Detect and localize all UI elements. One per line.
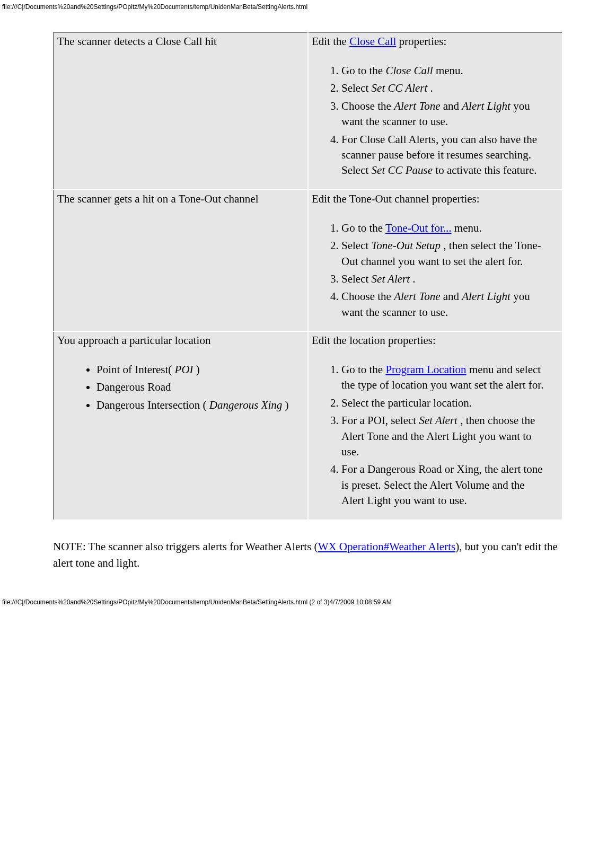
table-row: The scanner gets a hit on a Tone-Out cha…	[54, 190, 562, 331]
list-item: Select Set CC Alert .	[341, 80, 559, 97]
step-text: Go to the	[341, 363, 385, 376]
trigger-text: The scanner gets a hit on a Tone-Out cha…	[57, 192, 259, 205]
steps-list: Go to the Program Location menu and sele…	[312, 361, 559, 510]
bullet-italic: Dangerous Xing	[209, 399, 282, 411]
main-content: The scanner detects a Close Call hit Edi…	[0, 11, 616, 588]
step-italic: Tone-Out Setup	[372, 239, 444, 252]
intro-post: properties:	[396, 35, 446, 48]
list-item: Point of Interest( POI )	[96, 361, 304, 378]
list-item: Choose the Alert Tone and Alert Light yo…	[341, 98, 559, 131]
list-item: Go to the Close Call menu.	[341, 62, 559, 80]
step-text: Select the particular location.	[341, 397, 472, 409]
bullet-text: Point of Interest(	[96, 363, 175, 376]
step-italic: Close Call	[385, 64, 433, 77]
table-row: The scanner detects a Close Call hit Edi…	[54, 32, 562, 190]
list-item: Select Tone-Out Setup , then select the …	[341, 237, 559, 270]
list-item: Select Set Alert .	[341, 270, 559, 288]
bullet-text: )	[282, 399, 288, 411]
step-italic: Set Alert	[372, 272, 413, 285]
step-text: .	[412, 272, 415, 285]
alerts-table: The scanner detects a Close Call hit Edi…	[53, 32, 563, 521]
intro-text: Edit the location properties:	[312, 334, 436, 347]
steps-list: Go to the Close Call menu. Select Set CC…	[312, 62, 559, 180]
tone-out-link[interactable]: Tone-Out for...	[385, 222, 452, 234]
bullet-list: Point of Interest( POI ) Dangerous Road …	[57, 361, 304, 414]
cell-action: Edit the Tone-Out channel properties: Go…	[308, 190, 562, 331]
step-italic: Set Alert	[419, 414, 460, 427]
step-text: Select	[341, 239, 372, 252]
list-item: For a Dangerous Road or Xing, the alert …	[341, 461, 559, 509]
step-text: menu.	[452, 222, 482, 234]
step-italic: Alert Light	[462, 290, 511, 303]
cell-trigger: The scanner detects a Close Call hit	[54, 32, 308, 190]
step-italic: Set CC Pause	[372, 164, 433, 177]
step-italic: Alert Tone	[394, 100, 440, 112]
header-file-path: file:///C|/Documents%20and%20Settings/PO…	[0, 0, 616, 11]
step-text: Go to the	[341, 222, 385, 234]
cell-trigger: The scanner gets a hit on a Tone-Out cha…	[54, 190, 308, 331]
step-text: .	[430, 82, 433, 94]
note-text: NOTE: The scanner also triggers alerts f…	[53, 539, 563, 572]
intro-text: Edit the	[312, 35, 349, 48]
cell-action: Edit the Close Call properties: Go to th…	[308, 32, 562, 190]
step-text: Select	[341, 272, 372, 285]
list-item: Dangerous Intersection ( Dangerous Xing …	[96, 397, 304, 414]
step-text: and	[440, 290, 462, 303]
trigger-text: You approach a particular location	[57, 334, 210, 347]
step-italic: Alert Tone	[394, 290, 440, 303]
step-text: menu.	[433, 64, 463, 77]
list-item: Go to the Tone-Out for... menu.	[341, 219, 559, 237]
step-text: Choose the	[341, 100, 394, 112]
program-location-link[interactable]: Program Location	[385, 363, 466, 376]
trigger-text: The scanner detects a Close Call hit	[57, 35, 217, 48]
list-item: Select the particular location.	[341, 394, 559, 412]
note-pre: NOTE: The scanner also triggers alerts f…	[53, 540, 318, 553]
step-text: Go to the	[341, 64, 385, 77]
cell-trigger: You approach a particular location Point…	[54, 331, 308, 520]
wx-operation-link[interactable]: WX Operation#Weather Alerts	[318, 540, 456, 553]
table-row: You approach a particular location Point…	[54, 331, 562, 520]
step-text: For a POI, select	[341, 414, 419, 427]
bullet-italic: POI	[175, 363, 193, 376]
step-text: and	[440, 100, 462, 112]
step-italic: Alert Light	[462, 100, 511, 112]
bullet-text: Dangerous Intersection (	[96, 399, 209, 411]
step-text: Select	[341, 82, 372, 94]
footer-file-path: file:///C|/Documents%20and%20Settings/PO…	[0, 588, 616, 611]
list-item: Go to the Program Location menu and sele…	[341, 361, 559, 394]
steps-list: Go to the Tone-Out for... menu. Select T…	[312, 219, 559, 321]
bullet-text: Dangerous Road	[96, 381, 171, 393]
list-item: Choose the Alert Tone and Alert Light yo…	[341, 288, 559, 321]
step-text: For a Dangerous Road or Xing, the alert …	[341, 463, 543, 507]
bullet-text: )	[193, 363, 200, 376]
cell-action: Edit the location properties: Go to the …	[308, 331, 562, 520]
close-call-link[interactable]: Close Call	[349, 35, 396, 48]
list-item: For a POI, select Set Alert , then choos…	[341, 412, 559, 461]
intro-text: Edit the Tone-Out channel properties:	[312, 192, 480, 205]
step-text: to activate this feature.	[433, 164, 537, 177]
list-item: Dangerous Road	[96, 378, 304, 396]
step-italic: Set CC Alert	[372, 82, 430, 94]
list-item: For Close Call Alerts, you can also have…	[341, 131, 559, 180]
step-text: Choose the	[341, 290, 394, 303]
